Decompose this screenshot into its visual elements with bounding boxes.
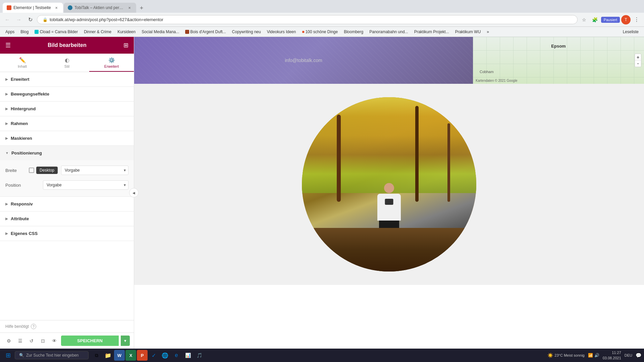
section-bewegungseffekte-header[interactable]: ▶ Bewegungseffekte xyxy=(0,87,134,101)
language-indicator[interactable]: DEU xyxy=(625,353,632,357)
bookmark-panorama[interactable]: Panoramabahn und... xyxy=(367,29,411,35)
extension-icon[interactable]: 🧩 xyxy=(590,15,600,24)
tab-close-1[interactable]: ✕ xyxy=(54,5,59,10)
nav-back[interactable]: ← xyxy=(3,15,12,24)
tab-erweitert-label: Erweitert xyxy=(104,64,119,68)
bookmark-bloomberg[interactable]: Bloomberg xyxy=(341,29,366,35)
responsive-icon[interactable]: ⊡ xyxy=(38,336,48,346)
profile-icon[interactable]: T xyxy=(621,15,631,24)
taskbar-icon-app1[interactable]: 📊 xyxy=(182,350,193,361)
taskbar-icon-explorer[interactable]: 📁 xyxy=(103,350,113,361)
bookmark-canva[interactable]: Cload = Canva Bilder xyxy=(32,29,80,35)
section-attribute-label: Attribute xyxy=(11,216,29,221)
settings-icon[interactable]: ⚙ xyxy=(4,336,13,346)
start-button[interactable]: ⊞ xyxy=(3,350,13,361)
taskbar-icon-ppt[interactable]: P xyxy=(137,350,148,361)
preview-area: info@tobitalk.com Epsom Cobham Kartendat… xyxy=(134,37,644,349)
pause-extension[interactable]: Pausiert xyxy=(601,17,620,23)
section-erweitert-header[interactable]: ▶ Erweitert xyxy=(0,72,134,86)
collapse-panel-button[interactable]: ◀ xyxy=(129,188,139,197)
system-icons: 📶 🔊 xyxy=(588,353,599,358)
section-eigenes-css-header[interactable]: ▶ Eigenes CSS xyxy=(0,226,134,241)
bookmark-kursideen[interactable]: Kursideen xyxy=(115,29,138,35)
tab-inactive[interactable]: TobiTalk – Aktien und persönlich... ✕ xyxy=(64,3,136,13)
taskbar-search[interactable]: 🔍 Zur Suche Text hier eingeben xyxy=(15,351,89,359)
weather-widget[interactable]: ☀️ 23°C Meist sonnig xyxy=(547,353,584,358)
bookmark-apps[interactable]: Apps xyxy=(3,29,17,35)
breite-select[interactable]: Vorgabe Standard Benutzerdefiniert xyxy=(61,166,128,175)
menu-icon[interactable]: ☰ xyxy=(5,42,11,49)
bookmark-blog[interactable]: Blog xyxy=(18,29,31,35)
bookmark-bois[interactable]: Bois d'Argent Duft... xyxy=(182,29,228,35)
map-zoom-out[interactable]: + - xyxy=(635,54,641,67)
more-icon[interactable]: ⋮ xyxy=(632,15,641,24)
bookmark-copywriting[interactable]: Copywriting neu xyxy=(229,29,264,35)
save-button[interactable]: SPEICHERN xyxy=(61,336,119,346)
chevron-right-bewegung: ▶ xyxy=(5,92,8,96)
reading-list[interactable]: Leseliste xyxy=(620,29,641,35)
nav-forward[interactable]: → xyxy=(14,15,23,24)
notification-icon[interactable]: 💬 xyxy=(636,353,641,358)
lock-icon: 🔒 xyxy=(43,17,48,22)
tab-erweitert[interactable]: ⚙️ Erweitert xyxy=(89,54,134,72)
clock-widget[interactable]: 11:27 03.08.2021 xyxy=(603,350,621,360)
positionierung-content: Breite Desktop Vorgabe Standard xyxy=(0,160,134,196)
breite-select-wrapper: Vorgabe Standard Benutzerdefiniert ▾ xyxy=(61,166,128,175)
position-select[interactable]: Vorgabe Standard Absolut Fest xyxy=(43,180,128,190)
bookmark-100[interactable]: ■100 schöne Dinge xyxy=(299,29,340,35)
breite-label: Breite xyxy=(5,168,25,173)
gear-icon: ⚙️ xyxy=(108,57,115,63)
map-credits: Kartendaten © 2021 Google xyxy=(476,79,518,82)
section-maskieren-label: Maskieren xyxy=(11,136,32,141)
taskbar-icon-excel[interactable]: X xyxy=(125,350,136,361)
bottom-toolbar: ⚙ ☰ ↺ ⊡ 👁 SPEICHERN ▾ xyxy=(0,333,134,349)
section-rahmen-header[interactable]: ▶ Rahmen xyxy=(0,116,134,131)
profile-section xyxy=(134,84,644,285)
bookmark-videokurs[interactable]: Videokurs Ideen xyxy=(264,29,299,35)
desktop-indicator[interactable] xyxy=(29,168,34,173)
star-icon[interactable]: ☆ xyxy=(580,15,589,24)
grid-icon[interactable]: ⊞ xyxy=(123,42,128,49)
section-bewegungseffekte: ▶ Bewegungseffekte xyxy=(0,87,134,102)
bookmarks-more[interactable]: » xyxy=(484,29,492,35)
section-responsiv-header[interactable]: ▶ Responsiv xyxy=(0,197,134,211)
bookmark-praktikum2[interactable]: Praktikum WU xyxy=(452,29,484,35)
tab-bar: Elementor | Testseite ✕ TobiTalk – Aktie… xyxy=(0,0,644,13)
taskbar-icon-word[interactable]: W xyxy=(114,350,125,361)
browser-chrome: Elementor | Testseite ✕ TobiTalk – Aktie… xyxy=(0,0,644,37)
section-hintergrund-header[interactable]: ▶ Hintergrund xyxy=(0,102,134,116)
pencil-icon: ✏️ xyxy=(19,57,26,63)
preview-icon[interactable]: 👁 xyxy=(50,336,59,346)
tab-stil[interactable]: ◐ Stil xyxy=(45,54,89,72)
sidebar-tabs: ✏️ Inhalt ◐ Stil ⚙️ Erweitert xyxy=(0,54,134,72)
layers-icon[interactable]: ☰ xyxy=(15,336,25,346)
save-arrow-button[interactable]: ▾ xyxy=(121,336,130,346)
taskbar-icon-todo[interactable]: ✓ xyxy=(148,350,159,361)
tab-inhalt[interactable]: ✏️ Inhalt xyxy=(0,54,45,72)
position-select-wrapper: Vorgabe Standard Absolut Fest ▾ xyxy=(43,180,128,190)
network-icon[interactable]: 📶 xyxy=(588,353,593,358)
breite-row: Breite Desktop Vorgabe Standard xyxy=(0,163,134,178)
section-maskieren-header[interactable]: ▶ Maskieren xyxy=(0,131,134,145)
taskbar-icon-app2[interactable]: 🎵 xyxy=(194,350,205,361)
section-attribute-header[interactable]: ▶ Attribute xyxy=(0,212,134,226)
new-tab-button[interactable]: + xyxy=(137,3,146,13)
bookmark-social[interactable]: Social Media Mana... xyxy=(139,29,182,35)
address-bar[interactable]: 🔒 tobitalk.at/wp-admin/post.php?post=627… xyxy=(37,15,578,24)
taskbar-right: ☀️ 23°C Meist sonnig 📶 🔊 11:27 03.08.202… xyxy=(547,350,641,360)
taskbar-icon-edge[interactable]: e xyxy=(171,350,182,361)
volume-icon[interactable]: 🔊 xyxy=(594,353,599,358)
history-icon[interactable]: ↺ xyxy=(27,336,36,346)
bookmark-praktikum1[interactable]: Praktikum Projekt... xyxy=(412,29,452,35)
bookmark-dinner[interactable]: Dinner & Crime xyxy=(81,29,114,35)
section-responsiv-label: Responsiv xyxy=(11,201,33,206)
tab-close-2[interactable]: ✕ xyxy=(127,5,132,10)
help-icon[interactable]: ? xyxy=(31,324,36,329)
taskbar-icon-taskview[interactable]: ⧉ xyxy=(91,350,102,361)
section-positionierung-header[interactable]: ▼ Positionierung xyxy=(0,146,134,160)
tab-active[interactable]: Elementor | Testseite ✕ xyxy=(3,3,63,13)
nav-reload[interactable]: ↻ xyxy=(25,15,35,24)
taskbar-search-label: Zur Suche Text hier eingeben xyxy=(26,353,79,358)
taskbar-icon-chrome[interactable]: 🌐 xyxy=(160,350,170,361)
chevron-right-responsiv: ▶ xyxy=(5,202,8,206)
